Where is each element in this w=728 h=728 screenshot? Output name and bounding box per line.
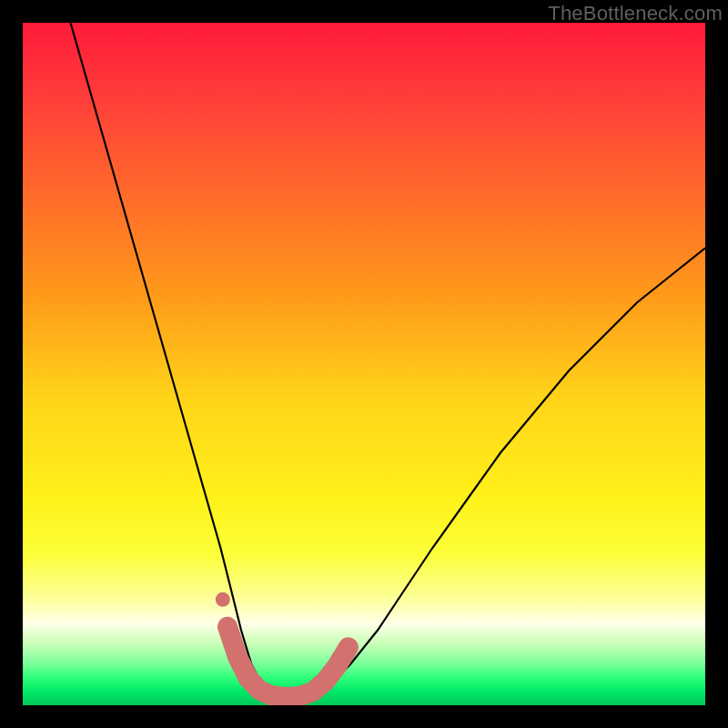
lone-marker [216,592,230,607]
marker-layer [23,23,705,705]
chart-frame [23,23,705,705]
watermark-text: TheBottleneck.com [548,2,723,25]
marker-trail [228,627,349,697]
